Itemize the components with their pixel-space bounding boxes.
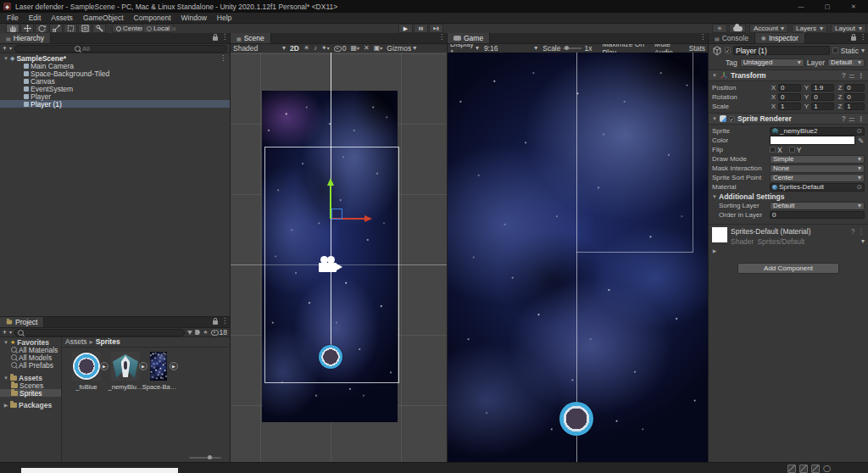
sorting-layer-dropdown[interactable]: Default▾ bbox=[770, 202, 865, 210]
create-add-button[interactable]: + bbox=[3, 328, 7, 337]
gizmo-xy-plane-handle[interactable] bbox=[331, 209, 342, 220]
aspect-ratio-dropdown[interactable]: 9:16▾ bbox=[484, 44, 537, 53]
player-sprite-scene[interactable] bbox=[319, 345, 342, 369]
draw-mode-dropdown[interactable]: Shaded▾ bbox=[233, 44, 286, 53]
tab-game[interactable]: Game bbox=[448, 33, 490, 43]
stats-button[interactable]: Stats bbox=[689, 44, 705, 53]
kebab-menu-icon[interactable]: ⋮ bbox=[858, 71, 865, 80]
play-button[interactable]: ▶ bbox=[398, 24, 413, 33]
sort-point-dropdown[interactable]: Center▾ bbox=[770, 174, 865, 182]
menu-gameobject[interactable]: GameObject bbox=[78, 13, 129, 24]
saved-search-star-icon[interactable]: ★ bbox=[203, 329, 208, 336]
material-preview-foldout-icon[interactable]: ▶ bbox=[712, 248, 717, 253]
rotation-y-field[interactable]: 0 bbox=[811, 93, 834, 101]
maximize-button[interactable]: ▢ bbox=[816, 0, 838, 13]
move-tool-icon[interactable] bbox=[20, 24, 34, 33]
console-warning-icon[interactable] bbox=[799, 465, 808, 473]
rotate-tool-icon[interactable] bbox=[35, 24, 48, 33]
layers-dropdown[interactable]: Layers▾ bbox=[792, 24, 827, 33]
asset-item-space-background[interactable]: ▶ bbox=[150, 352, 167, 381]
eyedropper-icon[interactable]: ✎ bbox=[857, 136, 865, 145]
rotation-x-field[interactable]: 0 bbox=[778, 93, 801, 101]
material-preview-swatch[interactable] bbox=[712, 227, 727, 242]
additional-settings-foldout[interactable]: ▼ Additional Settings bbox=[709, 192, 868, 201]
game-viewport[interactable] bbox=[448, 53, 708, 462]
static-checkbox[interactable] bbox=[832, 47, 838, 53]
step-button[interactable]: ▶▮ bbox=[429, 24, 443, 33]
gizmos-dropdown[interactable]: Gizmos▾ bbox=[387, 44, 416, 53]
console-info-icon[interactable] bbox=[787, 465, 796, 473]
presets-icon[interactable]: ⚌ bbox=[849, 71, 855, 80]
object-picker-icon[interactable]: ⊙ bbox=[856, 183, 862, 191]
expand-play-icon[interactable]: ▶ bbox=[100, 362, 108, 370]
tab-project[interactable]: Project bbox=[0, 317, 44, 327]
mask-interaction-dropdown[interactable]: None▾ bbox=[770, 164, 865, 173]
scale-y-field[interactable]: 1 bbox=[811, 103, 834, 110]
tag-dropdown[interactable]: Untagged▾ bbox=[740, 58, 804, 67]
slider-handle[interactable] bbox=[208, 455, 212, 459]
kebab-menu-icon[interactable]: ⋮ bbox=[221, 318, 228, 325]
kebab-menu-icon[interactable]: ⋮ bbox=[860, 34, 866, 41]
project-search-box[interactable] bbox=[14, 329, 185, 337]
help-icon[interactable]: ? bbox=[842, 114, 846, 123]
scale-slider[interactable] bbox=[563, 47, 581, 49]
activity-indicator-icon[interactable]: ◯ bbox=[823, 465, 831, 472]
camera-gizmo-icon[interactable] bbox=[319, 256, 344, 275]
position-x-field[interactable]: 0 bbox=[778, 84, 801, 92]
scene-camera-dropdown[interactable]: ▣▾ bbox=[374, 45, 383, 52]
gameobject-name-field[interactable]: Player (1) bbox=[733, 46, 830, 55]
expand-play-icon[interactable]: ▶ bbox=[139, 362, 147, 370]
add-component-button[interactable]: Add Component bbox=[737, 263, 839, 274]
tab-hierarchy[interactable]: ▤ Hierarchy bbox=[0, 33, 51, 43]
layout-dropdown[interactable]: Layout▾ bbox=[831, 24, 866, 33]
account-dropdown[interactable]: Account▾ bbox=[749, 24, 788, 33]
space-toggle-button[interactable]: Local bbox=[142, 24, 174, 33]
transform-component-header[interactable]: ▼ Transform ? ⚌ ⋮ bbox=[709, 70, 868, 81]
scene-audio-icon[interactable]: ♪ bbox=[314, 45, 317, 52]
effects-dropdown[interactable]: ✦▾ bbox=[321, 45, 330, 52]
sprite-renderer-component-header[interactable]: ▼ ✓ Sprite Renderer ? ⚌ ⋮ bbox=[709, 113, 868, 125]
rotation-z-field[interactable]: 0 bbox=[844, 93, 865, 101]
breadcrumb-sprites[interactable]: Sprites bbox=[96, 337, 120, 346]
scene-lighting-icon[interactable]: ☀ bbox=[303, 45, 309, 52]
breadcrumb-assets[interactable]: Assets bbox=[65, 337, 87, 346]
object-picker-icon[interactable]: ⊙ bbox=[856, 127, 862, 135]
kebab-menu-icon[interactable]: ⋮ bbox=[438, 34, 445, 41]
help-icon[interactable]: ? bbox=[842, 71, 846, 80]
component-enabled-checkbox[interactable]: ✓ bbox=[729, 116, 735, 122]
transform-tool-icon[interactable] bbox=[78, 24, 92, 33]
favorites-all-prefabs[interactable]: All Prefabs bbox=[0, 361, 61, 369]
scale-tool-icon[interactable] bbox=[49, 24, 63, 33]
foldout-open-icon[interactable]: ▼ bbox=[712, 116, 717, 121]
position-z-field[interactable]: 0 bbox=[844, 84, 865, 92]
layer-dropdown[interactable]: Default▾ bbox=[827, 58, 865, 67]
2d-toggle-button[interactable]: 2D bbox=[290, 44, 299, 53]
tab-console[interactable]: ▤ Console bbox=[709, 33, 755, 43]
presets-icon[interactable]: ⚌ bbox=[849, 114, 855, 123]
packages-root[interactable]: ▶ Packages bbox=[0, 401, 61, 409]
project-search-input[interactable] bbox=[25, 329, 181, 337]
kebab-menu-icon[interactable]: ⋮ bbox=[858, 114, 865, 123]
position-y-field[interactable]: 1.9 bbox=[811, 84, 834, 92]
order-in-layer-field[interactable]: 0 bbox=[770, 211, 865, 219]
flip-y-checkbox[interactable] bbox=[789, 147, 795, 153]
color-swatch[interactable] bbox=[770, 136, 855, 145]
hierarchy-item-player-1-selected[interactable]: Player (1) bbox=[0, 100, 230, 108]
static-dropdown-icon[interactable]: ▾ bbox=[861, 47, 865, 54]
scene-viewport[interactable] bbox=[231, 53, 447, 462]
tab-inspector[interactable]: ◉ Inspector bbox=[755, 33, 805, 43]
close-button[interactable]: ✕ bbox=[843, 0, 865, 13]
draw-mode-dropdown[interactable]: Simple▾ bbox=[770, 155, 865, 164]
material-object-field[interactable]: Sprites-Default ⊙ bbox=[770, 183, 865, 192]
custom-tool-icon[interactable] bbox=[92, 24, 106, 33]
thumbnail-size-slider[interactable] bbox=[189, 457, 221, 459]
component-tools-icon[interactable]: ✕ bbox=[364, 45, 370, 52]
active-checkbox[interactable]: ✓ bbox=[725, 47, 731, 53]
menu-component[interactable]: Component bbox=[129, 13, 176, 24]
console-error-icon[interactable] bbox=[811, 465, 820, 473]
asset-item-nemyblue[interactable]: ▶ bbox=[111, 352, 140, 381]
lock-icon[interactable] bbox=[213, 320, 218, 325]
menu-edit[interactable]: Edit bbox=[24, 13, 47, 24]
tab-scene[interactable]: ▦ Scene bbox=[231, 33, 271, 43]
minimize-button[interactable]: — bbox=[790, 0, 812, 13]
